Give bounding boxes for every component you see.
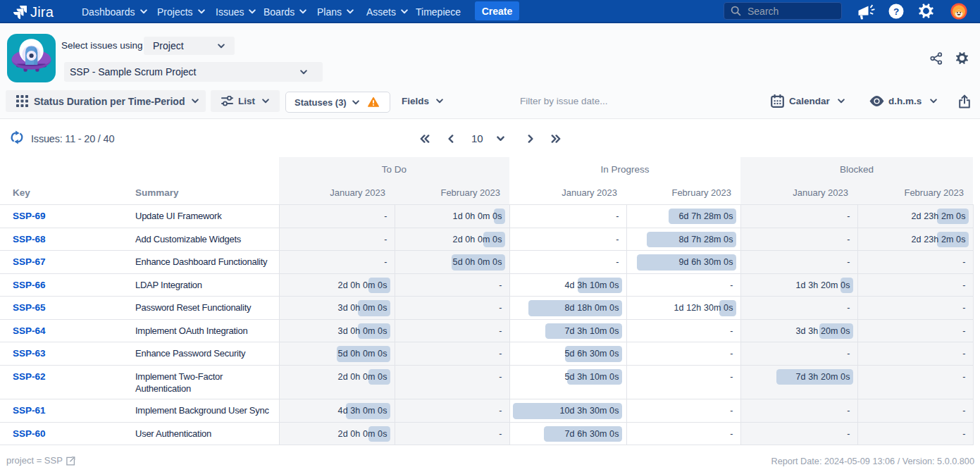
- svg-text:?: ?: [893, 6, 899, 17]
